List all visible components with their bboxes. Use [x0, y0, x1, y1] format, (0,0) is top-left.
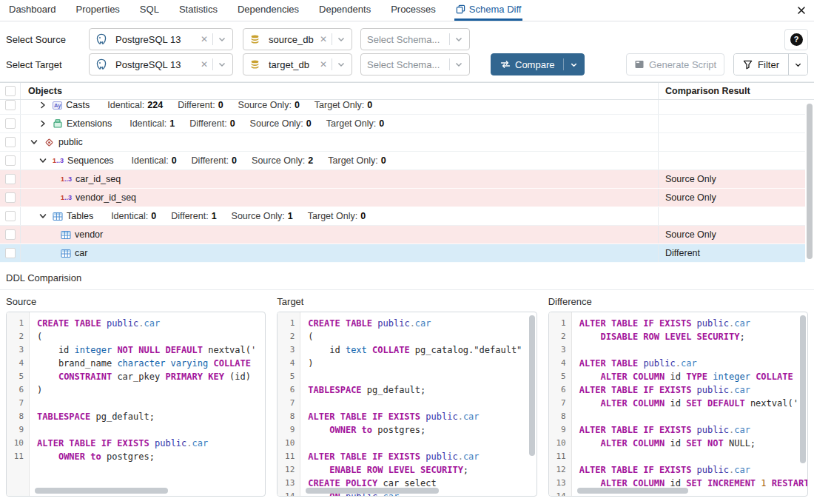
tree-row-car[interactable]: carDifferent [0, 244, 814, 263]
tree-row-vendor_id_seq[interactable]: 1..3vendor_id_seqSource Only [0, 189, 814, 207]
comparison-stats: Identical:0Different:0Source Only:2Targe… [132, 155, 401, 166]
tab-dependents[interactable]: Dependents [317, 0, 372, 21]
row-checkbox[interactable] [5, 211, 16, 221]
target-schema-placeholder: Select Schema... [367, 59, 445, 70]
object-name: Casts [66, 100, 90, 110]
line-number-gutter: 1234567891011121314 [549, 312, 572, 496]
compare-button[interactable]: Compare [491, 53, 585, 75]
source-database-select[interactable]: source_db ✕ [243, 28, 352, 50]
row-checkbox[interactable] [5, 229, 16, 240]
clear-icon[interactable]: ✕ [201, 60, 208, 69]
tab-label: Processes [391, 4, 436, 15]
source-panel-label: Source [6, 296, 266, 307]
chevron-down-icon[interactable] [37, 157, 49, 164]
source-database-value: source_db [269, 34, 315, 45]
tab-processes[interactable]: Processes [389, 0, 437, 21]
tree-row-car_id_seq[interactable]: 1..3car_id_seqSource Only [0, 170, 814, 189]
difference-ddl-code: ALTER TABLE IF EXISTS public.car DISABLE… [572, 312, 807, 496]
tab-schema-diff[interactable]: Schema Diff [454, 0, 523, 21]
filter-funnel-icon [743, 60, 753, 70]
tree-row-Tables[interactable]: TablesIdentical:0Different:1Source Only:… [0, 207, 814, 226]
postgresql-icon [95, 33, 107, 45]
clear-icon[interactable]: ✕ [201, 35, 208, 44]
chevron-down-icon[interactable] [28, 138, 40, 146]
comparison-stats: Identical:224Different:0Source Only:0Tar… [107, 100, 387, 110]
script-icon [634, 59, 645, 70]
tree-row-Extensions[interactable]: ExtensionsIdentical:1Different:0Source O… [0, 115, 814, 133]
clear-icon[interactable]: ✕ [320, 35, 327, 44]
line-number-gutter: 1234567891011 [7, 312, 30, 496]
row-checkbox[interactable] [5, 174, 16, 184]
comparison-result-value: Source Only [659, 189, 805, 206]
object-name: vendor_id_seq [75, 192, 136, 203]
tab-statistics[interactable]: Statistics [178, 0, 219, 21]
chevron-right-icon[interactable] [37, 120, 49, 127]
select-target-row: Select Target PostgreSQL 13 ✕ target_db … [6, 53, 808, 75]
tree-row-Sequences[interactable]: 1..3SequencesIdentical:0Different:0Sourc… [0, 152, 814, 170]
generate-script-button[interactable]: Generate Script [626, 53, 724, 75]
tree-row-Casts[interactable]: AyCastsIdentical:224Different:0Source On… [0, 100, 814, 115]
filter-button[interactable]: Filter [734, 54, 788, 75]
target-database-select[interactable]: target_db ✕ [243, 53, 352, 75]
tab-properties[interactable]: Properties [75, 0, 121, 21]
tab-sql[interactable]: SQL [138, 0, 161, 21]
target-schema-select[interactable]: Select Schema... [360, 53, 470, 75]
chevron-down-icon[interactable] [454, 35, 463, 44]
target-ddl-panel: 1234567891011121314CREATE TABLE public.c… [277, 312, 536, 497]
select-source-row: Select Source PostgreSQL 13 ✕ source_db … [6, 28, 808, 50]
target-server-select[interactable]: PostgreSQL 13 ✕ [89, 53, 233, 75]
vertical-scrollbar[interactable] [800, 315, 806, 463]
object-name: Sequences [67, 155, 114, 166]
chevron-right-icon[interactable] [37, 101, 49, 109]
tab-label: Dependencies [238, 4, 299, 15]
vertical-scrollbar[interactable] [529, 315, 535, 456]
row-checkbox[interactable] [5, 100, 16, 110]
tab-label: Statistics [179, 4, 218, 15]
chevron-down-icon[interactable] [570, 61, 578, 69]
chevron-down-icon[interactable] [218, 60, 226, 69]
source-ddl-code: CREATE TABLE public.car( id integer NOT … [30, 312, 265, 496]
row-checkbox[interactable] [5, 118, 16, 129]
tab-label: SQL [140, 4, 159, 15]
compare-arrows-icon [500, 60, 511, 69]
horizontal-scrollbar[interactable] [35, 488, 168, 494]
tree-vertical-scrollbar[interactable] [807, 104, 813, 259]
select-all-checkbox[interactable] [5, 86, 16, 96]
chevron-down-icon[interactable] [37, 212, 49, 220]
tree-header-row: Objects Comparison Result [0, 83, 814, 100]
horizontal-scrollbar[interactable] [306, 488, 439, 494]
comparison-result-column-header[interactable]: Comparison Result [659, 83, 805, 99]
tree-row-public[interactable]: public [0, 133, 814, 152]
help-button[interactable]: ? [784, 29, 808, 50]
comparison-result-value [659, 133, 805, 151]
source-server-select[interactable]: PostgreSQL 13 ✕ [89, 28, 233, 50]
source-schema-select[interactable]: Select Schema... [360, 28, 470, 50]
horizontal-scrollbar[interactable] [577, 488, 688, 494]
tab-dashboard[interactable]: Dashboard [7, 0, 58, 21]
tab-label: Dependents [319, 4, 371, 15]
object-name: Extensions [67, 118, 112, 129]
chevron-down-icon[interactable] [337, 35, 346, 44]
comparison-result-value [659, 152, 805, 169]
row-checkbox[interactable] [5, 192, 16, 203]
comparison-result-value [659, 115, 805, 132]
tab-label: Schema Diff [469, 4, 522, 15]
casts-icon: Ay [53, 101, 62, 110]
row-checkbox[interactable] [5, 137, 16, 147]
schema-diff-toolbar: Select Source PostgreSQL 13 ✕ source_db … [0, 21, 814, 82]
close-icon[interactable] [796, 5, 807, 16]
tab-dependencies[interactable]: Dependencies [236, 0, 300, 21]
schema-diff-icon [456, 4, 465, 14]
chevron-down-icon[interactable] [337, 60, 346, 69]
row-checkbox[interactable] [5, 155, 16, 166]
select-target-label: Select Target [6, 59, 89, 70]
chevron-down-icon[interactable] [218, 35, 226, 44]
row-checkbox[interactable] [5, 248, 16, 258]
ddl-panel-labels: Source Target Difference [0, 290, 814, 312]
chevron-down-icon[interactable] [454, 60, 463, 69]
objects-column-header[interactable]: Objects [21, 83, 659, 99]
filter-dropdown-caret[interactable] [788, 54, 807, 75]
tree-row-vendor[interactable]: vendorSource Only [0, 226, 814, 244]
source-ddl-panel: 1234567891011CREATE TABLE public.car( id… [6, 312, 266, 497]
clear-icon[interactable]: ✕ [320, 60, 327, 69]
